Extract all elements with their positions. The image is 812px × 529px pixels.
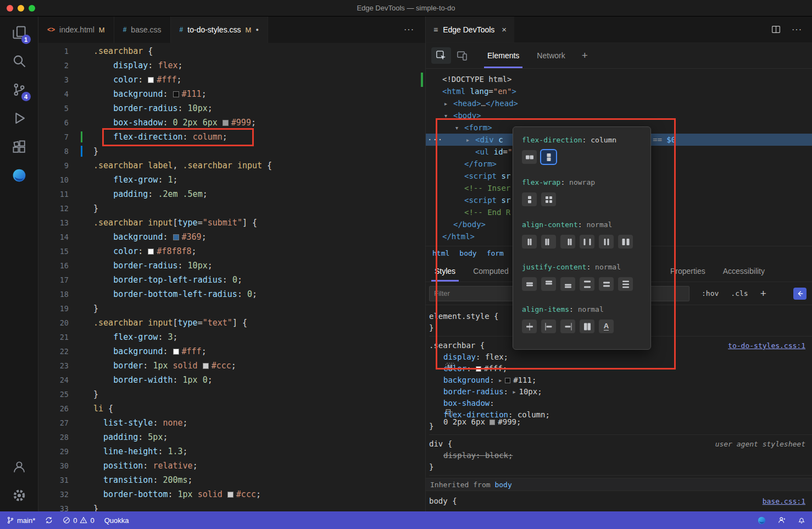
flex-direction-row-button[interactable] bbox=[522, 150, 537, 164]
align-items-flex-end-button[interactable] bbox=[560, 319, 575, 333]
rule-selector[interactable]: div bbox=[429, 439, 443, 448]
zoom-window-button[interactable] bbox=[29, 5, 35, 12]
notifications-bell-icon[interactable] bbox=[798, 516, 805, 524]
tab-to-do-styles.css[interactable]: #to-do-styles.cssM● bbox=[171, 16, 268, 43]
add-tool-tab-button[interactable]: + bbox=[574, 43, 596, 68]
css-property[interactable]: display: block; bbox=[429, 450, 812, 461]
devtools-tab-elements[interactable]: Elements bbox=[479, 43, 528, 68]
flex-wrap-wrap-button[interactable] bbox=[541, 192, 556, 206]
color-swatch[interactable] bbox=[203, 363, 209, 369]
chevron-down-icon[interactable]: ▾ bbox=[455, 122, 464, 134]
dom-node[interactable]: ▸<head>…</head> bbox=[426, 97, 812, 109]
close-window-button[interactable] bbox=[7, 5, 13, 12]
stylesheet-link[interactable]: to-do-styles.css:1 bbox=[728, 340, 805, 351]
align-items-baseline-button[interactable]: A bbox=[599, 319, 614, 333]
justify-content-center-button[interactable] bbox=[522, 277, 537, 291]
color-swatch[interactable] bbox=[505, 378, 510, 383]
code-token bbox=[93, 375, 113, 385]
class-toggle-button[interactable]: .cls bbox=[731, 289, 748, 297]
justify-content-space-evenly-button[interactable] bbox=[618, 277, 633, 291]
device-emulation-icon[interactable] bbox=[452, 43, 472, 68]
align-items-stretch-button[interactable] bbox=[580, 319, 594, 333]
rule-selector[interactable]: element.style bbox=[429, 312, 490, 321]
tab-properties[interactable]: Properties bbox=[661, 260, 714, 282]
color-swatch[interactable] bbox=[173, 349, 179, 355]
search-icon[interactable] bbox=[6, 48, 32, 74]
tab-styles[interactable]: Styles bbox=[426, 260, 464, 282]
css-property[interactable]: box-shadow: 0 2px 6px #999; bbox=[429, 398, 812, 409]
align-content-flex-end-button[interactable] bbox=[560, 235, 575, 249]
explorer-icon[interactable]: 1 bbox=[6, 20, 32, 45]
css-property[interactable]: flex-direction: column; bbox=[429, 409, 812, 421]
run-and-debug-icon[interactable] bbox=[6, 106, 32, 131]
edge-devtools-icon[interactable] bbox=[6, 163, 32, 188]
color-swatch[interactable] bbox=[223, 120, 229, 126]
split-editor-icon[interactable] bbox=[771, 25, 781, 34]
more-actions-icon[interactable]: ··· bbox=[792, 25, 802, 35]
breadcrumb-item-html[interactable]: html bbox=[432, 249, 449, 257]
minimize-window-button[interactable] bbox=[18, 5, 24, 12]
dom-node[interactable]: <html lang="en"> bbox=[426, 85, 812, 97]
branch-status-item[interactable]: main* bbox=[7, 516, 35, 525]
breadcrumb-item-form[interactable]: form bbox=[487, 249, 504, 257]
extensions-icon[interactable] bbox=[6, 134, 32, 159]
css-property[interactable]: border-radius: ▸10px; bbox=[429, 386, 812, 398]
justify-content-flex-start-button[interactable] bbox=[541, 277, 556, 291]
rule-selector[interactable]: .searchbar bbox=[429, 341, 475, 350]
manage-icon[interactable] bbox=[6, 483, 32, 508]
sync-status-item[interactable] bbox=[45, 516, 53, 524]
dom-node[interactable]: <!DOCTYPE html> bbox=[426, 73, 812, 85]
inherited-target-link[interactable]: body bbox=[494, 481, 511, 489]
edge-status-icon[interactable] bbox=[758, 516, 766, 525]
align-content-space-around-button[interactable] bbox=[599, 235, 614, 249]
chevron-down-icon[interactable]: ▾ bbox=[444, 110, 453, 122]
tab-accessibility[interactable]: Accessibility bbox=[714, 260, 774, 282]
chevron-right-icon[interactable]: ▸ bbox=[466, 134, 475, 146]
color-swatch[interactable] bbox=[227, 492, 233, 498]
align-content-stretch-button[interactable] bbox=[618, 235, 633, 249]
color-swatch[interactable] bbox=[173, 234, 179, 240]
tab-edge-devtools[interactable]: ≡ Edge DevTools × bbox=[426, 16, 514, 42]
close-icon[interactable]: × bbox=[502, 25, 507, 34]
flex-direction-column-button[interactable] bbox=[541, 150, 556, 164]
quokka-status-item[interactable]: Quokka bbox=[104, 516, 129, 525]
tab-computed[interactable]: Computed bbox=[464, 260, 518, 282]
color-swatch[interactable] bbox=[148, 249, 154, 255]
problems-status-item[interactable]: 0 0 bbox=[63, 516, 94, 525]
justify-content-space-between-button[interactable] bbox=[580, 277, 594, 291]
chevron-right-icon[interactable]: ▸ bbox=[444, 98, 453, 110]
expand-longhand-icon[interactable]: ▸ bbox=[513, 389, 515, 395]
color-swatch[interactable] bbox=[148, 77, 154, 83]
css-property[interactable]: color: #fff; bbox=[429, 363, 812, 374]
source-control-icon[interactable]: 4 bbox=[6, 77, 32, 102]
align-content-space-between-button[interactable] bbox=[580, 235, 594, 249]
align-items-center-button[interactable] bbox=[522, 319, 537, 333]
toggle-sidebar-icon[interactable] bbox=[793, 288, 807, 300]
node-actions-icon[interactable]: ··· bbox=[427, 134, 443, 146]
expand-longhand-icon[interactable]: ▸ bbox=[499, 377, 502, 383]
stylesheet-link[interactable]: base.css:1 bbox=[763, 495, 805, 507]
inspect-icon[interactable] bbox=[431, 47, 451, 64]
align-content-flex-start-button[interactable] bbox=[541, 235, 556, 249]
css-property[interactable]: display: flex; bbox=[429, 351, 812, 363]
code-editor[interactable]: 1.searchbar {2 display: flex;3 color: #f… bbox=[38, 43, 425, 511]
editor-more-actions-icon[interactable]: ··· bbox=[393, 16, 425, 43]
align-content-center-button[interactable] bbox=[522, 235, 537, 249]
color-swatch[interactable] bbox=[173, 91, 179, 97]
flex-wrap-nowrap-button[interactable] bbox=[522, 192, 537, 206]
new-style-rule-button[interactable]: + bbox=[760, 288, 766, 300]
dom-node[interactable]: ▾<body> bbox=[426, 109, 812, 122]
breadcrumb-item-body[interactable]: body bbox=[459, 249, 476, 257]
tab-base.css[interactable]: #base.css bbox=[114, 16, 171, 43]
accounts-icon[interactable] bbox=[6, 454, 32, 480]
tab-index.html[interactable]: <>index.htmlM bbox=[38, 16, 114, 43]
css-property[interactable]: background: ▸#111; bbox=[429, 374, 812, 386]
align-items-flex-start-button[interactable] bbox=[541, 319, 556, 333]
devtools-tab-network[interactable]: Network bbox=[528, 43, 574, 68]
justify-content-flex-end-button[interactable] bbox=[560, 277, 575, 291]
rule-selector[interactable]: body bbox=[429, 497, 448, 505]
justify-content-space-around-button[interactable] bbox=[599, 277, 614, 291]
pseudo-state-toggle-button[interactable]: :hov bbox=[702, 289, 719, 297]
color-swatch[interactable] bbox=[476, 366, 481, 372]
account-feedback-icon[interactable] bbox=[778, 516, 786, 524]
